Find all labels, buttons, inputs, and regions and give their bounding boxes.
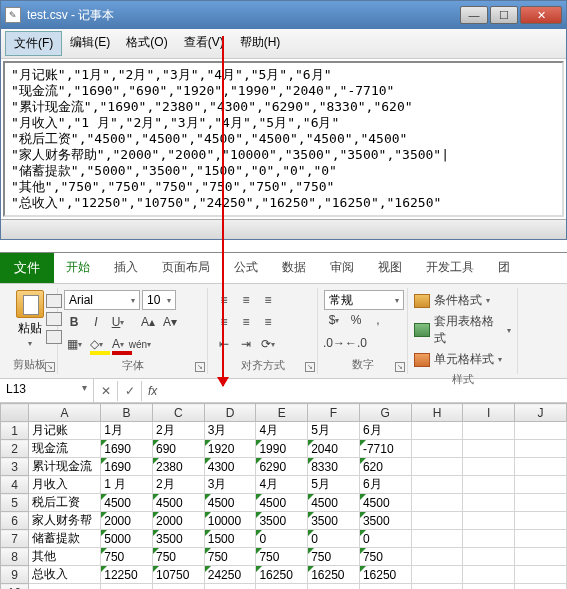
- cell-D8[interactable]: 750: [204, 548, 256, 566]
- cell-I6[interactable]: [463, 512, 515, 530]
- cell-G8[interactable]: 750: [359, 548, 411, 566]
- cell-G1[interactable]: 6月: [359, 422, 411, 440]
- cell-A4[interactable]: 月收入: [29, 476, 101, 494]
- cell-J7[interactable]: [515, 530, 567, 548]
- col-header-E[interactable]: E: [256, 404, 308, 422]
- conditional-format-button[interactable]: 条件格式▾: [414, 290, 511, 311]
- cell-B6[interactable]: 2000: [101, 512, 153, 530]
- col-header-H[interactable]: H: [411, 404, 463, 422]
- cell-B8[interactable]: 750: [101, 548, 153, 566]
- row-header-7[interactable]: 7: [1, 530, 29, 548]
- cell-F8[interactable]: 750: [308, 548, 360, 566]
- cell-H7[interactable]: [411, 530, 463, 548]
- cell-A10[interactable]: [29, 584, 101, 590]
- tab-dev[interactable]: 开发工具: [414, 253, 486, 283]
- cell-G4[interactable]: 6月: [359, 476, 411, 494]
- cell-F1[interactable]: 5月: [308, 422, 360, 440]
- grow-font-button[interactable]: A▴: [138, 312, 158, 332]
- cell-F2[interactable]: 2040: [308, 440, 360, 458]
- cell-G9[interactable]: 16250: [359, 566, 411, 584]
- menu-edit[interactable]: 编辑(E): [62, 31, 118, 56]
- cell-D4[interactable]: 3月: [204, 476, 256, 494]
- cell-H1[interactable]: [411, 422, 463, 440]
- tab-home[interactable]: 开始: [54, 253, 102, 283]
- cell-J3[interactable]: [515, 458, 567, 476]
- cell-G10[interactable]: [359, 584, 411, 590]
- cell-J5[interactable]: [515, 494, 567, 512]
- cell-C10[interactable]: [152, 584, 204, 590]
- tab-data[interactable]: 数据: [270, 253, 318, 283]
- cell-A5[interactable]: 税后工资: [29, 494, 101, 512]
- decrease-decimal-button[interactable]: ←.0: [346, 333, 366, 353]
- cell-I10[interactable]: [463, 584, 515, 590]
- border-button[interactable]: ▦▾: [64, 334, 84, 354]
- cell-J10[interactable]: [515, 584, 567, 590]
- cell-J6[interactable]: [515, 512, 567, 530]
- cell-D9[interactable]: 24250: [204, 566, 256, 584]
- row-header-10[interactable]: 10: [1, 584, 29, 590]
- cell-I7[interactable]: [463, 530, 515, 548]
- cell-H2[interactable]: [411, 440, 463, 458]
- cell-J8[interactable]: [515, 548, 567, 566]
- name-box[interactable]: L13: [0, 379, 94, 402]
- cell-D3[interactable]: 4300: [204, 458, 256, 476]
- notepad-textarea[interactable]: "月记账","1月","2月","3月","4月","5月","6月" "现金流…: [3, 61, 564, 217]
- cell-B3[interactable]: 1690: [101, 458, 153, 476]
- col-header-F[interactable]: F: [308, 404, 360, 422]
- underline-button[interactable]: U▾: [108, 312, 128, 332]
- align-middle-button[interactable]: ≡: [236, 290, 256, 310]
- cell-H8[interactable]: [411, 548, 463, 566]
- row-header-4[interactable]: 4: [1, 476, 29, 494]
- cell-B2[interactable]: 1690: [101, 440, 153, 458]
- cell-G5[interactable]: 4500: [359, 494, 411, 512]
- col-header-C[interactable]: C: [152, 404, 204, 422]
- italic-button[interactable]: I: [86, 312, 106, 332]
- align-center-button[interactable]: ≡: [236, 312, 256, 332]
- cell-C6[interactable]: 2000: [152, 512, 204, 530]
- cell-I1[interactable]: [463, 422, 515, 440]
- cell-C9[interactable]: 10750: [152, 566, 204, 584]
- row-header-2[interactable]: 2: [1, 440, 29, 458]
- cell-E1[interactable]: 4月: [256, 422, 308, 440]
- cell-D7[interactable]: 1500: [204, 530, 256, 548]
- clipboard-launcher[interactable]: ↘: [45, 362, 55, 372]
- cell-A3[interactable]: 累计现金流: [29, 458, 101, 476]
- row-header-8[interactable]: 8: [1, 548, 29, 566]
- cell-C4[interactable]: 2月: [152, 476, 204, 494]
- tab-review[interactable]: 审阅: [318, 253, 366, 283]
- col-header-A[interactable]: A: [29, 404, 101, 422]
- fill-color-button[interactable]: ◇▾: [86, 334, 106, 354]
- cell-E4[interactable]: 4月: [256, 476, 308, 494]
- cell-D10[interactable]: [204, 584, 256, 590]
- tab-formula[interactable]: 公式: [222, 253, 270, 283]
- tab-file[interactable]: 文件: [0, 253, 54, 283]
- align-left-button[interactable]: ≡: [214, 312, 234, 332]
- accounting-button[interactable]: $▾: [324, 310, 344, 330]
- number-launcher[interactable]: ↘: [395, 362, 405, 372]
- col-header-I[interactable]: I: [463, 404, 515, 422]
- cell-A2[interactable]: 现金流: [29, 440, 101, 458]
- cell-F5[interactable]: 4500: [308, 494, 360, 512]
- cell-J9[interactable]: [515, 566, 567, 584]
- paste-button[interactable]: 粘贴 ▾: [8, 290, 51, 348]
- cell-E3[interactable]: 6290: [256, 458, 308, 476]
- phonetic-button[interactable]: wén▾: [130, 334, 150, 354]
- increase-decimal-button[interactable]: .0→: [324, 333, 344, 353]
- cell-I8[interactable]: [463, 548, 515, 566]
- indent-increase-button[interactable]: ⇥: [236, 334, 256, 354]
- tab-layout[interactable]: 页面布局: [150, 253, 222, 283]
- cell-E5[interactable]: 4500: [256, 494, 308, 512]
- number-format-select[interactable]: 常规▾: [324, 290, 404, 310]
- cell-B10[interactable]: [101, 584, 153, 590]
- cell-F10[interactable]: [308, 584, 360, 590]
- enter-formula-button[interactable]: ✓: [118, 381, 142, 401]
- row-header-6[interactable]: 6: [1, 512, 29, 530]
- cell-B5[interactable]: 4500: [101, 494, 153, 512]
- cell-C2[interactable]: 690: [152, 440, 204, 458]
- cell-A1[interactable]: 月记账: [29, 422, 101, 440]
- align-right-button[interactable]: ≡: [258, 312, 278, 332]
- cell-H4[interactable]: [411, 476, 463, 494]
- cell-H6[interactable]: [411, 512, 463, 530]
- bold-button[interactable]: B: [64, 312, 84, 332]
- cell-A9[interactable]: 总收入: [29, 566, 101, 584]
